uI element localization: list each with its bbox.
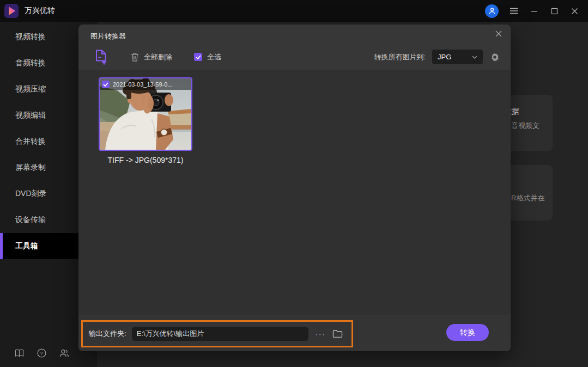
image-thumbnail[interactable]: 2021-03-03_13-59-0... bbox=[99, 77, 192, 151]
format-settings-button[interactable] bbox=[490, 52, 500, 62]
sidebar-bottom-bar: ? bbox=[15, 348, 69, 358]
output-folder-input[interactable] bbox=[132, 327, 308, 341]
file-checkbox[interactable] bbox=[102, 81, 110, 88]
menu-button[interactable] bbox=[509, 6, 519, 16]
select-all-label: 全选 bbox=[207, 52, 221, 62]
dialog-toolbar: 全部删除 全选 转换所有图片到: JPG bbox=[78, 44, 511, 70]
person-icon bbox=[488, 7, 496, 15]
file-conversion-label: TIFF -> JPG(509*371) bbox=[88, 156, 203, 164]
contacts-icon[interactable] bbox=[59, 349, 69, 357]
open-folder-button[interactable] bbox=[332, 329, 343, 338]
delete-all-label: 全部删除 bbox=[144, 52, 172, 62]
thumbnail-header: 2021-03-03_13-59-0... bbox=[100, 78, 191, 90]
help-icon[interactable]: ? bbox=[37, 348, 46, 358]
titlebar: 万兴优转 bbox=[0, 0, 588, 22]
card-desc: R格式并在 bbox=[511, 193, 544, 203]
minimize-button[interactable] bbox=[529, 6, 539, 16]
check-icon bbox=[103, 82, 108, 87]
svg-text:?: ? bbox=[40, 350, 43, 356]
browse-folder-button[interactable]: ··· bbox=[316, 330, 326, 338]
output-folder-highlight-box: 输出文件夹: ··· bbox=[81, 320, 353, 347]
app-logo-icon bbox=[4, 4, 19, 18]
output-format-value: JPG bbox=[438, 53, 451, 61]
card-desc: 音视频文 bbox=[511, 121, 539, 131]
dialog-header: 图片转换器 全部删除 bbox=[78, 25, 511, 70]
add-files-button[interactable] bbox=[94, 49, 108, 65]
image-converter-dialog: 图片转换器 全部删除 bbox=[78, 25, 511, 351]
dialog-close-button[interactable] bbox=[494, 29, 504, 39]
guide-book-icon[interactable] bbox=[15, 349, 24, 357]
sidebar-item-label: 屏幕录制 bbox=[15, 163, 46, 173]
output-folder-label: 输出文件夹: bbox=[89, 329, 126, 339]
convert-button[interactable]: 转换 bbox=[446, 324, 489, 341]
file-name: 2021-03-03_13-59-0... bbox=[113, 81, 172, 88]
maximize-icon bbox=[551, 8, 558, 15]
select-all-control[interactable]: 全选 bbox=[194, 52, 221, 62]
sidebar-item-label: 视频编辑 bbox=[15, 111, 46, 120]
close-icon bbox=[571, 8, 578, 15]
dialog-footer: 输出文件夹: ··· 转换 bbox=[78, 315, 511, 351]
dialog-title: 图片转换器 bbox=[90, 32, 126, 41]
sidebar-item-label: 工具箱 bbox=[15, 241, 38, 251]
folder-icon bbox=[332, 329, 343, 338]
maximize-button[interactable] bbox=[549, 6, 559, 16]
close-icon bbox=[495, 30, 502, 38]
sidebar-item-label: 合并转换 bbox=[15, 137, 46, 146]
gear-icon bbox=[490, 52, 500, 62]
file-list-area: 2021-03-03_13-59-0... TIFF -> JPG(509*37… bbox=[78, 70, 511, 315]
app-title: 万兴优转 bbox=[25, 6, 55, 16]
output-format-dropdown[interactable]: JPG bbox=[432, 50, 483, 64]
sidebar-item-label: 音频转换 bbox=[15, 58, 46, 68]
close-window-button[interactable] bbox=[569, 6, 579, 16]
chevron-down-icon bbox=[472, 56, 477, 59]
add-file-icon bbox=[94, 49, 108, 65]
sidebar-item-label: 视频压缩 bbox=[15, 84, 46, 94]
account-avatar[interactable] bbox=[485, 4, 499, 18]
trash-icon bbox=[131, 52, 139, 62]
sidebar-item-label: 视频转换 bbox=[15, 32, 46, 42]
delete-all-button[interactable]: 全部删除 bbox=[131, 52, 172, 62]
titlebar-controls bbox=[485, 4, 579, 18]
sidebar-item-label: DVD刻录 bbox=[15, 189, 47, 199]
select-all-checkbox[interactable] bbox=[194, 53, 202, 61]
convert-to-label: 转换所有图片到: bbox=[374, 52, 426, 62]
sidebar-item-label: 设备传输 bbox=[15, 215, 46, 225]
check-icon bbox=[196, 55, 201, 59]
minimize-icon bbox=[531, 8, 538, 15]
hamburger-icon bbox=[510, 8, 518, 14]
